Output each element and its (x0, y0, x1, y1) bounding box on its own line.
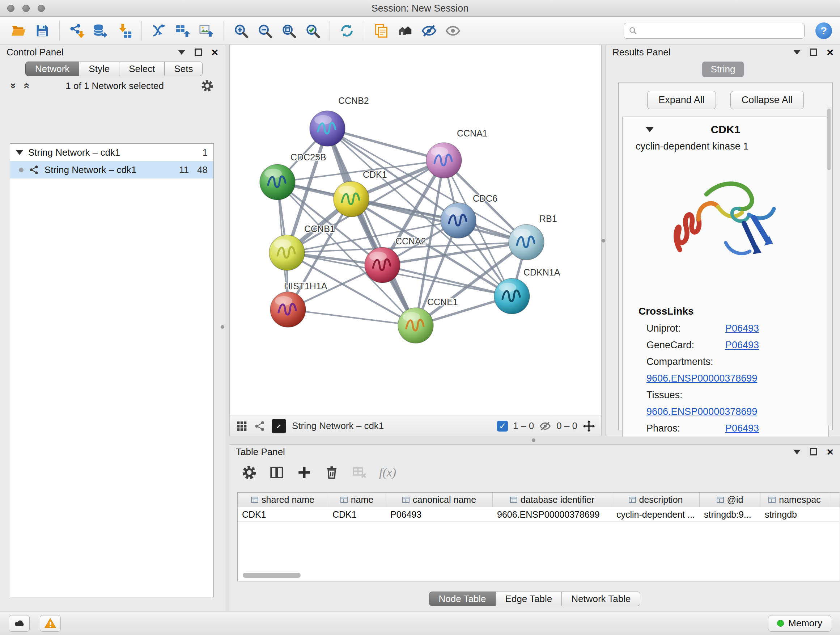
edge-HIST1H1A-CCNE1[interactable] (288, 310, 416, 325)
table-cell[interactable]: P06493 (386, 507, 493, 521)
node-CDKN1A[interactable]: CDKN1A (494, 267, 561, 314)
tab-node-table[interactable]: Node Table (429, 592, 496, 606)
zoom-out-button[interactable] (254, 20, 275, 41)
grid-view-icon[interactable] (235, 420, 248, 432)
import-network-database-button[interactable] (90, 20, 111, 41)
tab-style[interactable]: Style (79, 62, 119, 76)
table-options-gear-icon[interactable] (242, 465, 257, 480)
tab-network-table[interactable]: Network Table (561, 592, 640, 606)
crosslink-label: GeneCard: (646, 337, 725, 353)
selected-nodes-checkbox-icon[interactable]: ✓ (497, 421, 508, 432)
collapse-all-button[interactable]: Collapse All (730, 91, 804, 109)
node-CDK1[interactable]: CDK1 (333, 169, 387, 217)
delete-column-icon[interactable] (324, 465, 339, 480)
add-column-icon[interactable] (297, 465, 312, 480)
cloud-status-button[interactable] (9, 615, 30, 632)
export-network-button[interactable] (148, 20, 169, 41)
column-header-shared-name[interactable]: shared name (238, 493, 328, 507)
hidden-eye-slash-icon[interactable] (539, 420, 551, 432)
float-panel-icon[interactable] (195, 49, 202, 56)
network-canvas[interactable]: CCNB2CCNA1CDC25BCDK1CDC6RB1CCNB1CCNA2CDK… (229, 45, 602, 416)
zoom-selected-button[interactable] (302, 20, 323, 41)
tab-sets[interactable]: Sets (164, 62, 202, 76)
panel-menu-icon[interactable] (793, 450, 801, 454)
warnings-button[interactable] (40, 615, 61, 632)
bottom-splitter-handle[interactable] (532, 439, 535, 442)
expand-all-button[interactable]: Expand All (647, 91, 716, 109)
column-header-namespac[interactable]: namespac (760, 493, 829, 507)
show-all-button[interactable] (442, 20, 463, 41)
collection-expand-icon[interactable] (16, 150, 23, 155)
tab-edge-table[interactable]: Edge Table (496, 592, 562, 606)
crosslink-value-link[interactable]: P06493 (725, 340, 759, 350)
import-network-file-button[interactable] (66, 20, 87, 41)
save-session-button[interactable] (32, 20, 53, 41)
tab-select[interactable]: Select (119, 62, 164, 76)
collapse-all-networks-icon[interactable]: » (8, 83, 20, 89)
crosslink-value-link[interactable]: 9606.ENSP00000378699 (646, 406, 757, 417)
collapse-protein-icon[interactable] (646, 127, 654, 132)
search-input[interactable] (641, 25, 800, 36)
network-collection-row[interactable]: String Network – cdk1 1 (10, 144, 213, 161)
function-builder-button[interactable]: f(x) (379, 466, 396, 479)
panel-menu-icon[interactable] (793, 50, 801, 55)
node-CDC6[interactable]: CDC6 (441, 193, 497, 238)
column-header-canonical-name[interactable]: canonical name (386, 493, 493, 507)
network-options-gear-icon[interactable] (201, 79, 214, 92)
birds-eye-view-button[interactable] (272, 419, 286, 433)
table-column-icon (251, 497, 258, 503)
zoom-in-button[interactable] (231, 20, 251, 41)
column-header-name[interactable]: name (328, 493, 386, 507)
crosslink-value-link[interactable]: P06493 (725, 423, 759, 434)
table-cell[interactable]: stringdb:9... (699, 507, 760, 521)
table-cell[interactable]: stringdb (760, 507, 829, 521)
clone-network-button[interactable] (371, 20, 392, 41)
minimize-window-button[interactable] (22, 5, 30, 12)
network-list-item[interactable]: String Network – cdk1 11 48 (10, 161, 213, 179)
table-column-icon (402, 497, 409, 503)
tab-network[interactable]: Network (25, 62, 79, 76)
float-panel-icon[interactable] (810, 448, 817, 455)
panel-menu-icon[interactable] (178, 50, 185, 55)
float-panel-icon[interactable] (810, 49, 817, 56)
close-panel-icon[interactable]: × (827, 448, 834, 455)
node-CCNA1[interactable]: CCNA1 (426, 128, 488, 178)
table-cell[interactable]: cyclin-dependent ... (612, 507, 699, 521)
export-image-button[interactable] (196, 20, 217, 41)
node-HIST1H1A[interactable]: HIST1H1A (270, 281, 327, 327)
crosslink-value-link[interactable]: P06493 (725, 323, 759, 334)
zoom-window-button[interactable] (38, 5, 45, 12)
refresh-view-button[interactable] (336, 20, 357, 41)
close-panel-icon[interactable]: × (827, 49, 834, 56)
export-table-button[interactable] (172, 20, 193, 41)
open-session-button[interactable] (8, 20, 29, 41)
tab-string[interactable]: String (702, 62, 744, 77)
table-cell[interactable]: 9606.ENSP00000378699 (493, 507, 612, 521)
hide-selected-button[interactable] (418, 20, 439, 41)
show-columns-icon[interactable] (269, 465, 284, 480)
help-button[interactable]: ? (815, 22, 832, 39)
left-splitter-handle[interactable] (221, 325, 224, 329)
results-scrollbar[interactable] (827, 107, 831, 425)
table-row[interactable]: CDK1CDK1P064939606.ENSP00000378699cyclin… (238, 507, 840, 522)
network-view-icon[interactable] (254, 420, 266, 432)
zoom-fit-button[interactable] (278, 20, 299, 41)
expand-all-networks-icon[interactable]: » (19, 83, 32, 89)
crosslink-label: Tissues: (646, 386, 725, 403)
right-splitter-handle[interactable] (602, 239, 605, 242)
close-panel-icon[interactable]: × (211, 49, 218, 56)
import-table-file-button[interactable] (114, 20, 135, 41)
first-neighbors-button[interactable] (395, 20, 416, 41)
column-header-description[interactable]: description (612, 493, 699, 507)
column-header-database-identifier[interactable]: database identifier (493, 493, 612, 507)
close-window-button[interactable] (7, 5, 14, 12)
table-cell[interactable]: CDK1 (328, 507, 386, 521)
node-RB1[interactable]: RB1 (508, 214, 557, 260)
memory-button[interactable]: Memory (768, 615, 831, 632)
horizontal-scrollbar[interactable] (243, 573, 301, 578)
crosslink-value-link[interactable]: 9606.ENSP00000378699 (646, 373, 757, 384)
table-cell[interactable]: CDK1 (238, 507, 328, 521)
pan-crosshair-icon[interactable] (583, 420, 595, 432)
column-header-id[interactable]: @id (699, 493, 760, 507)
network-graph[interactable]: CCNB2CCNA1CDC25BCDK1CDC6RB1CCNB1CCNA2CDK… (230, 45, 601, 416)
